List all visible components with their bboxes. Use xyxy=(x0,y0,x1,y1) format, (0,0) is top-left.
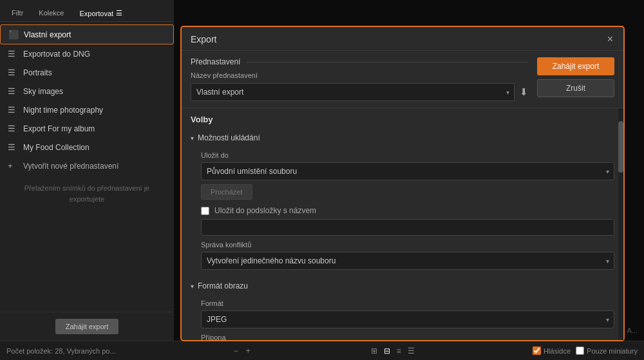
export-icon: ⬛ xyxy=(8,30,19,39)
preset-item-night[interactable]: ☰ Night time photography xyxy=(0,100,174,119)
prednastaveni-left: Přednastavení Název přednastavení Vlastn… xyxy=(191,57,528,101)
subfolder-checkbox[interactable] xyxy=(201,207,209,215)
prednastaveni-heading: Přednastavení xyxy=(191,57,240,66)
list-icon-4: ☰ xyxy=(8,105,18,115)
preset-list: ⬛ Vlastní export ☰ Exportovat do DNG ☰ P… xyxy=(0,22,174,312)
preset-item-vlastni[interactable]: ⬛ Vlastní export xyxy=(0,24,174,44)
format-obrazu-content: Formát JPEGPNGTIFFDNG Přípona jpgjpegJPG… xyxy=(191,299,614,340)
subfolder-name-input[interactable] xyxy=(201,219,614,236)
table-view-button[interactable]: ☰ xyxy=(405,345,417,357)
hlasidce-option: Hlásidce xyxy=(533,346,571,355)
sprava-konfliktu-label: Správa konfliktů xyxy=(201,241,614,249)
format-obrazu-header[interactable]: ▾ Formát obrazu xyxy=(191,279,614,293)
ulozit-do-wrapper: Původní umístění souboruKonkrétní složku… xyxy=(201,162,614,180)
hlasidce-label: Hlásidce xyxy=(544,347,571,355)
format-obrazu-label: Formát obrazu xyxy=(198,281,248,290)
volby-title: Volby xyxy=(191,115,614,124)
left-tabs: Filtr Kolekce Exportovat ☰ xyxy=(0,0,174,22)
subfolder-row: Uložit do podsložky s názvem xyxy=(201,206,614,215)
volby-section: Volby ▾ Možnosti ukládání Uložit do Půvo… xyxy=(182,108,623,340)
format-label: Formát xyxy=(201,299,614,307)
preset-item-dng[interactable]: ☰ Exportovat do DNG xyxy=(0,44,174,63)
moznosti-ukladani-content: Uložit do Původní umístění souboruKonkré… xyxy=(191,151,614,270)
miniatury-label: Pouze miniatury xyxy=(587,347,638,355)
bottom-nav: − + xyxy=(231,345,253,357)
zahajit-small-button[interactable]: Zahájit export xyxy=(55,319,119,334)
list-icon-5: ☰ xyxy=(8,124,18,133)
menu-icon: ☰ xyxy=(116,9,122,17)
zoom-minus-button[interactable]: − xyxy=(231,345,241,357)
chevron-down-icon-2: ▾ xyxy=(191,283,194,290)
list-icon-3: ☰ xyxy=(8,86,18,96)
export-dialog: Export × Přednastavení Název přednastave… xyxy=(180,26,625,341)
zahajit-export-button[interactable]: Zahájit export xyxy=(537,57,614,75)
prednastaveni-select[interactable]: Vlastní export xyxy=(191,83,515,101)
tab-exportovat[interactable]: Exportovat ☰ xyxy=(73,5,129,21)
tab-filtr[interactable]: Filtr xyxy=(5,5,30,21)
chevron-down-icon: ▾ xyxy=(191,135,194,142)
prednastaveni-section: Přednastavení Název přednastavení Vlastn… xyxy=(182,51,623,108)
scrollbar-thumb[interactable] xyxy=(618,121,623,173)
zrusit-button[interactable]: Zrušit xyxy=(537,79,614,97)
left-panel: Filtr Kolekce Exportovat ☰ ⬛ Vlastní exp… xyxy=(0,0,174,360)
miniatury-checkbox[interactable] xyxy=(576,346,584,355)
miniatury-option: Pouze miniatury xyxy=(576,346,638,355)
dialog-title: Export xyxy=(191,34,216,44)
view-icons: ⊞ ⊟ ≡ ☰ xyxy=(368,345,417,357)
subfolder-label: Uložit do podsložky s názvem xyxy=(214,206,316,215)
list-icon: ☰ xyxy=(8,49,18,59)
ulozit-do-select[interactable]: Původní umístění souboruKonkrétní složku… xyxy=(201,162,614,180)
bottom-bar: Počet položek: 28, Vybraných po... − + ⊞… xyxy=(0,341,644,360)
prednastaveni-row: Vlastní export ⬇ xyxy=(191,83,528,101)
close-button[interactable]: × xyxy=(606,33,614,45)
list-icon-2: ☰ xyxy=(8,68,18,77)
format-wrapper: JPEGPNGTIFFDNG xyxy=(201,310,614,328)
list-view-button[interactable]: ⊟ xyxy=(381,345,393,357)
grid-view-button[interactable]: ⊞ xyxy=(368,345,380,357)
tab-kolekce[interactable]: Kolekce xyxy=(32,5,70,21)
bottom-right-options: Hlásidce Pouze miniatury xyxy=(533,346,638,355)
plus-icon: + xyxy=(8,161,18,171)
preset-item-album[interactable]: ☰ Export For my album xyxy=(0,119,174,138)
zoom-plus-button[interactable]: + xyxy=(243,345,253,357)
dialog-action-buttons: Zahájit export Zrušit xyxy=(537,57,614,97)
ulozit-do-label: Uložit do xyxy=(201,151,614,159)
add-preset-button[interactable]: + Vytvořit nové přednastavení xyxy=(0,156,174,175)
hlasidce-checkbox[interactable] xyxy=(533,346,541,355)
left-bottom: Zahájit export xyxy=(0,312,174,341)
sprava-konfliktu-wrapper: Vytvoření jedinečného názvu souboruPřeps… xyxy=(201,252,614,270)
scrollbar-track xyxy=(618,108,623,340)
list-icon-6: ☰ xyxy=(8,142,18,152)
drag-hint: Přetažením snímků do přednastavení je ex… xyxy=(0,175,174,217)
preset-item-portraits[interactable]: ☰ Portraits xyxy=(0,63,174,82)
format-select[interactable]: JPEGPNGTIFFDNG xyxy=(201,310,614,328)
prednastaveni-field-label: Název přednastavení xyxy=(191,71,528,79)
preset-item-food[interactable]: ☰ My Food Collection xyxy=(0,138,174,156)
sprava-konfliktu-select[interactable]: Vytvoření jedinečného názvu souboruPřeps… xyxy=(201,252,614,270)
preset-item-sky[interactable]: ☰ Sky images xyxy=(0,82,174,100)
moznosti-ukladani-label: Možnosti ukládání xyxy=(198,133,260,142)
status-text: Počet položek: 28, Vybraných po... xyxy=(6,347,116,355)
main-hint: A... xyxy=(627,327,638,334)
moznosti-ukladani-header[interactable]: ▾ Možnosti ukládání xyxy=(191,131,614,145)
dialog-titlebar: Export × xyxy=(182,27,623,51)
procházet-button[interactable]: Procházet xyxy=(201,184,252,200)
detail-view-button[interactable]: ≡ xyxy=(394,345,404,357)
download-icon[interactable]: ⬇ xyxy=(520,86,528,98)
pripona-label: Přípona xyxy=(201,334,614,340)
